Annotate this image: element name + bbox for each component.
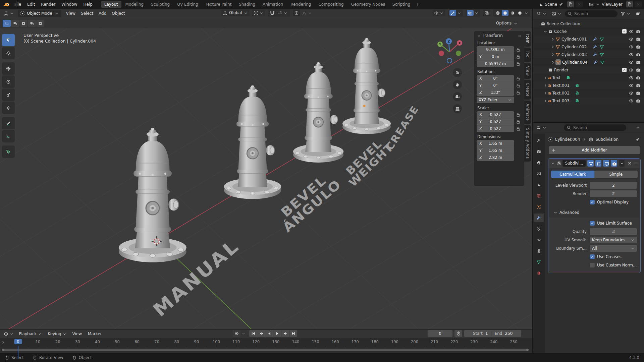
menu-edit[interactable]: Edit	[24, 1, 38, 8]
location-value-2-field[interactable]: 0.55917 m	[477, 60, 514, 67]
timeline-menu-marker[interactable]: Marker	[85, 330, 105, 337]
timeline-menu-playback[interactable]: Playback	[16, 330, 45, 337]
shading-rendered-button[interactable]	[517, 10, 523, 16]
proportional-falloff-dropdown[interactable]	[300, 9, 314, 16]
hide-viewport-toggle[interactable]	[629, 52, 634, 57]
workspace-tab-texture-paint[interactable]: Texture Paint	[202, 1, 235, 8]
type-catmull-clark[interactable]: Catmull-Clark	[551, 171, 594, 178]
outliner-item-text-002[interactable]: aText.002a	[533, 89, 644, 97]
editor-type-selector[interactable]	[2, 10, 16, 17]
hide-viewport-toggle[interactable]	[629, 83, 634, 88]
properties-search-input[interactable]: Search	[564, 124, 626, 131]
advanced-subpanel-header[interactable]: Advanced	[553, 208, 640, 217]
select-mode-subtract[interactable]	[19, 20, 28, 27]
collapse-icon[interactable]	[550, 161, 555, 166]
expander-icon[interactable]	[550, 37, 555, 42]
lock-icon[interactable]	[516, 47, 521, 52]
show-overlays-toggle[interactable]	[467, 10, 474, 16]
scale-z-field[interactable]: Z0.527	[477, 125, 514, 132]
properties-tab-output[interactable]	[534, 158, 544, 167]
outliner-item-text-001[interactable]: aText.001a	[533, 81, 644, 89]
properties-tab-constraints[interactable]	[534, 247, 544, 255]
npanel-tab-create[interactable]: Create	[524, 80, 531, 100]
show-viewport-toggle[interactable]	[603, 160, 609, 167]
workspace-tab-modeling[interactable]: Modeling	[122, 1, 147, 8]
lock-icon[interactable]	[516, 112, 521, 117]
disable-render-toggle[interactable]	[636, 98, 641, 103]
rotation-z-field[interactable]: Z133°	[477, 89, 514, 96]
visibility-dropdown[interactable]	[433, 10, 445, 16]
modifier-extras-dropdown[interactable]	[619, 160, 625, 167]
dimensions-y-field[interactable]: Y1.65 m	[477, 147, 514, 154]
scale-x-field[interactable]: X0.527	[477, 111, 514, 118]
prev-keyframe-button[interactable]	[257, 330, 265, 337]
tool-rotate[interactable]	[2, 75, 15, 88]
keying-dropdown[interactable]	[241, 331, 246, 336]
scene-delete-button[interactable]	[576, 1, 583, 8]
pin-icon[interactable]	[635, 137, 640, 142]
npanel-tab-view[interactable]: View	[524, 63, 531, 79]
outliner-item-scene-collection[interactable]: Scene Collection	[533, 20, 644, 27]
shading-material-button[interactable]	[509, 10, 516, 16]
new-collection-button[interactable]	[634, 10, 642, 17]
tool-annotate[interactable]	[2, 117, 15, 129]
use-preview-range-button[interactable]	[454, 330, 462, 337]
hide-viewport-toggle[interactable]	[629, 29, 634, 34]
shading-wireframe-button[interactable]	[494, 10, 501, 16]
snap-settings-dropdown[interactable]	[276, 10, 289, 16]
play-button[interactable]	[273, 330, 281, 337]
hide-viewport-toggle[interactable]	[629, 75, 634, 80]
viewlayer-selector[interactable]: ViewLayer	[587, 1, 625, 8]
workspace-tab-sculpting[interactable]: Sculpting	[148, 1, 173, 8]
checkbox-optimal-display[interactable]: ✓	[590, 200, 595, 204]
show-in-editmode-toggle[interactable]	[595, 160, 601, 167]
drag-grip-icon[interactable]	[517, 33, 522, 38]
hide-viewport-toggle[interactable]	[629, 67, 634, 72]
scene-selector[interactable]: Scene	[536, 1, 566, 8]
viewport-menu-view[interactable]: View	[63, 10, 78, 17]
rotation-y-field[interactable]: Y0°	[477, 82, 514, 89]
modifier-name-field[interactable]: Subdivi...	[562, 160, 586, 167]
npanel-tab-simply-addons[interactable]: Simply Addons	[524, 125, 531, 162]
timeline-editor-type[interactable]	[2, 330, 16, 337]
disable-render-toggle[interactable]	[636, 83, 641, 88]
tool-select-box[interactable]	[2, 34, 15, 46]
xyz-euler-dropdown[interactable]: XYZ Euler	[477, 97, 514, 103]
show-render-toggle[interactable]	[611, 160, 617, 167]
outliner-item-render[interactable]: Render✓	[533, 66, 644, 74]
breadcrumb-modifier[interactable]: Subdivision	[595, 137, 619, 142]
outliner-filter-dropdown[interactable]	[619, 10, 633, 17]
rotation-x-field[interactable]: X0°	[477, 75, 514, 82]
orientation-dropdown[interactable]: Global	[221, 10, 250, 16]
show-gizmo-toggle[interactable]	[449, 10, 456, 16]
next-keyframe-button[interactable]	[281, 330, 289, 337]
type-simple[interactable]: Simple	[594, 171, 638, 178]
start-end-field[interactable]: Start 1 | End 250	[464, 330, 521, 337]
disable-render-toggle[interactable]	[636, 29, 641, 34]
properties-tab-world[interactable]	[534, 191, 544, 200]
checkbox-use-custom-norm[interactable]	[590, 263, 595, 267]
xray-toggle[interactable]	[483, 10, 490, 16]
viewlayer-copy-button[interactable]	[626, 1, 633, 8]
properties-tab-material[interactable]	[534, 269, 544, 278]
quality-field[interactable]: 3	[590, 228, 637, 235]
scale-y-field[interactable]: Y0.527	[477, 118, 514, 125]
expander-icon[interactable]	[543, 99, 548, 103]
workspace-tab-uv-editing[interactable]: UV Editing	[174, 1, 202, 8]
lock-icon[interactable]	[516, 54, 521, 59]
scene-copy-button[interactable]	[567, 1, 574, 8]
outliner-item-text-003[interactable]: aText.003a	[533, 97, 644, 105]
play-reverse-button[interactable]	[265, 330, 273, 337]
select-mode-invert[interactable]	[28, 20, 36, 27]
workspace-tab-rendering[interactable]: Rendering	[287, 1, 314, 8]
hide-viewport-toggle[interactable]	[629, 90, 634, 96]
properties-tab-view-layer[interactable]	[534, 169, 544, 178]
disable-render-toggle[interactable]	[636, 67, 641, 72]
viewport-menu-add[interactable]: Add	[96, 10, 109, 17]
hide-viewport-toggle[interactable]	[629, 98, 634, 103]
outliner-display-mode[interactable]	[535, 10, 548, 17]
expander-icon[interactable]	[550, 60, 555, 65]
camera-view-button[interactable]	[453, 92, 462, 101]
boundary-sm-dropdown[interactable]: All	[590, 245, 637, 252]
properties-tab-modifiers[interactable]	[534, 214, 544, 222]
